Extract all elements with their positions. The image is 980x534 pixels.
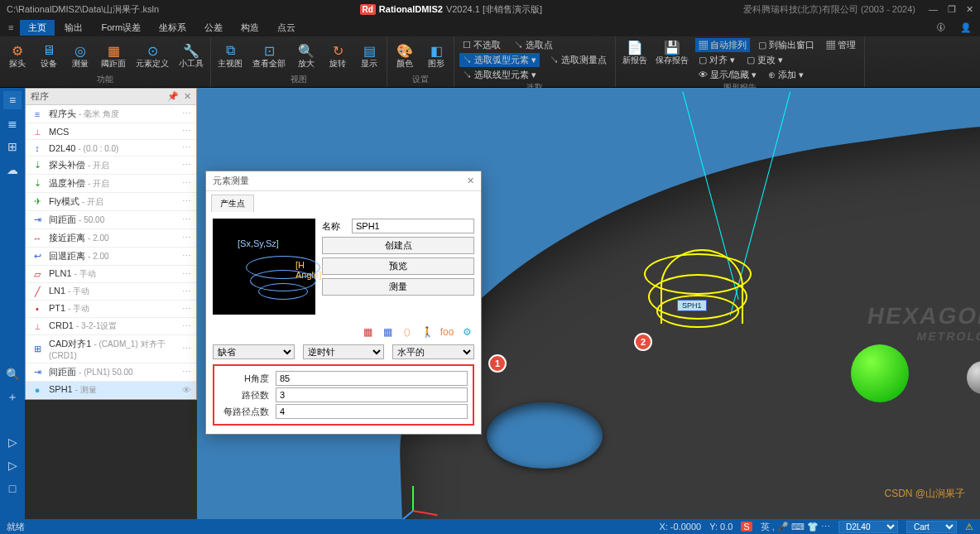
item-menu-icon[interactable]: ⋯ [182, 142, 191, 153]
rb-selpt[interactable]: ↘ 选取点 [511, 38, 556, 52]
program-item[interactable]: ⟂CRD1 - 3-2-1设置⋯ [26, 318, 196, 335]
program-item[interactable]: ↩回退距离 - 2.00⋯ [26, 248, 196, 266]
rb-selarc[interactable]: ↘ 选取弧型元素 ▾ [459, 53, 540, 67]
program-item[interactable]: ↔接近距离 - 2.00⋯ [26, 229, 196, 248]
rb-newrpt[interactable]: 📄新报告 [621, 38, 649, 82]
item-menu-icon[interactable]: ⋯ [182, 251, 191, 262]
rb-probe[interactable]: ⚙探头 [5, 41, 30, 71]
item-menu-icon[interactable]: ⋯ [182, 160, 191, 171]
sb-search-icon[interactable]: 🔍 [3, 365, 22, 383]
ime-status[interactable]: 英 , 🎤 ⌨ 👕 ⋯ [761, 521, 830, 533]
ib-5-icon[interactable]: foo [440, 325, 454, 339]
rb-zoom[interactable]: 🔍放大 [294, 41, 319, 71]
rb-showhide[interactable]: 👁 显示/隐藏 ▾ [695, 68, 760, 82]
rb-selline[interactable]: ↘ 选取线型元素 ▾ [459, 68, 540, 82]
item-menu-icon[interactable]: ⋯ [182, 214, 191, 225]
rb-tooutput[interactable]: ▢ 到输出窗口 [755, 38, 818, 52]
select-ccw[interactable]: 逆时针 [303, 344, 385, 359]
program-item[interactable]: •PT1 - 手动⋯ [26, 301, 196, 318]
tab-generate[interactable]: 产生点 [211, 195, 254, 212]
item-menu-icon[interactable]: ⋯ [182, 269, 191, 280]
help-icon[interactable]: 🛈 [931, 22, 950, 32]
pin-icon[interactable]: 📌 [167, 91, 179, 102]
menu-tol[interactable]: 公差 [196, 20, 231, 36]
f-ppp-input[interactable] [276, 404, 468, 419]
rb-graphic[interactable]: ◧图形 [424, 41, 449, 71]
rb-color[interactable]: 🎨颜色 [392, 41, 417, 71]
rb-saverpt[interactable]: 💾保存报告 [654, 38, 690, 82]
item-menu-icon[interactable]: ⋯ [182, 344, 191, 354]
program-item[interactable]: ⊞CAD对齐1 - (CADM_1) 对齐于 (CRD1)⋯ [26, 335, 196, 363]
program-item[interactable]: ✈Fly模式 - 开启⋯ [26, 193, 196, 211]
menu-output[interactable]: 输出 [56, 20, 91, 36]
user-icon[interactable]: 👤 [955, 22, 977, 33]
item-menu-icon[interactable]: ⋯ [182, 196, 191, 207]
rb-display[interactable]: ▤显示 [357, 41, 382, 71]
sb-grid-icon[interactable]: ⊞ [3, 137, 22, 156]
rb-align[interactable]: ▢ 对齐 ▾ [695, 53, 738, 67]
sb-cloud-icon[interactable]: ☁ [3, 161, 22, 179]
rb-mainview[interactable]: ⧉主视图 [216, 41, 244, 71]
rb-viewall[interactable]: ⊡查看全部 [251, 41, 287, 71]
ib-3-icon[interactable]: ⬯ [400, 325, 415, 339]
ib-1-icon[interactable]: ▦ [360, 325, 375, 339]
sb-lines-icon[interactable]: ≣ [3, 114, 22, 132]
program-item[interactable]: ⇣温度补偿 - 开启⋯ [26, 175, 196, 193]
item-menu-icon[interactable]: ⋯ [182, 178, 191, 189]
item-menu-icon[interactable]: ⋯ [182, 108, 191, 119]
select-horiz[interactable]: 水平的 [392, 344, 474, 359]
rb-device[interactable]: 🖥设备 [36, 41, 61, 71]
maximize-icon[interactable]: ❐ [948, 4, 956, 15]
minimize-icon[interactable]: — [929, 4, 938, 15]
menu-crd[interactable]: 坐标系 [151, 20, 195, 36]
f-paths-input[interactable] [276, 387, 468, 402]
item-menu-icon[interactable]: ⋯ [182, 321, 191, 332]
rb-selmpt[interactable]: ↘ 选取测量点 [546, 53, 610, 67]
rb-autoarr[interactable]: ▦ 自动排列 [695, 38, 750, 52]
item-menu-icon[interactable]: ⋯ [182, 126, 191, 137]
item-menu-icon[interactable]: ⋯ [182, 233, 191, 243]
rb-clearplane[interactable]: ▦阈距面 [99, 41, 127, 71]
program-item[interactable]: ⇥间距面 - (PLN1) 50.00⋯ [26, 363, 196, 382]
ib-2-icon[interactable]: ▦ [380, 325, 395, 339]
ime-icon[interactable]: S [741, 522, 752, 532]
rb-elemdef[interactable]: ⊙元素定义 [134, 41, 171, 71]
rb-change[interactable]: ▢ 更改 ▾ [743, 53, 786, 67]
sb-play-icon[interactable]: ▷ [3, 433, 22, 451]
panel-close-icon[interactable]: ✕ [184, 91, 191, 102]
ib-4-icon[interactable]: 🚶 [420, 325, 435, 339]
item-menu-icon[interactable]: ⋯ [182, 304, 191, 315]
sb-play2-icon[interactable]: ▷ [3, 456, 22, 474]
create-button[interactable]: 创建点 [322, 237, 474, 254]
ib-6-icon[interactable]: ⚙ [459, 325, 474, 339]
program-item[interactable]: ⟂MCS ⋯ [26, 123, 196, 140]
sb-list-icon[interactable]: ≡ [3, 91, 22, 109]
measure-button[interactable]: 测量 [322, 278, 474, 296]
program-item[interactable]: ▱PLN1 - 手动⋯ [26, 266, 196, 283]
program-item[interactable]: ⇥间距面 - 50.00⋯ [26, 211, 196, 229]
rb-nosel[interactable]: ☐ 不选取 [459, 38, 504, 52]
item-menu-icon[interactable]: 👁 [182, 385, 191, 395]
program-item[interactable]: ╱LN1 - 手动⋯ [26, 283, 196, 301]
menu-pc[interactable]: 点云 [269, 20, 304, 36]
sb-add-icon[interactable]: ＋ [3, 388, 22, 407]
hamburger-icon[interactable]: ≡ [3, 22, 18, 32]
preview-button[interactable]: 预览 [322, 257, 474, 275]
status-probe-select[interactable]: D2L40 [838, 521, 898, 533]
rb-manage[interactable]: ▦ 管理 [823, 38, 859, 52]
dialog-close-icon[interactable]: ✕ [467, 176, 474, 186]
program-item[interactable]: ≡程序头 - 毫米 角度⋯ [26, 105, 196, 123]
rb-measure[interactable]: ◎测量 [68, 41, 93, 71]
program-item[interactable]: ●SPH1 - 测量👁 [26, 382, 196, 399]
name-input[interactable] [352, 219, 474, 233]
sb-stop-icon[interactable]: □ [3, 479, 22, 498]
rb-add[interactable]: ⊕ 添加 ▾ [765, 68, 807, 82]
f-hangle-input[interactable] [276, 371, 468, 386]
menu-form[interactable]: Form误差 [93, 20, 149, 36]
rb-tools[interactable]: 🔧小工具 [177, 41, 205, 71]
close-icon[interactable]: ✕ [966, 4, 973, 15]
program-item[interactable]: ↕D2L40 - (0.0 : 0.0)⋯ [26, 140, 196, 156]
program-item[interactable]: ⇣探头补偿 - 开启⋯ [26, 156, 196, 175]
item-menu-icon[interactable]: ⋯ [182, 286, 191, 297]
status-cs-select[interactable]: Cart [906, 521, 957, 533]
